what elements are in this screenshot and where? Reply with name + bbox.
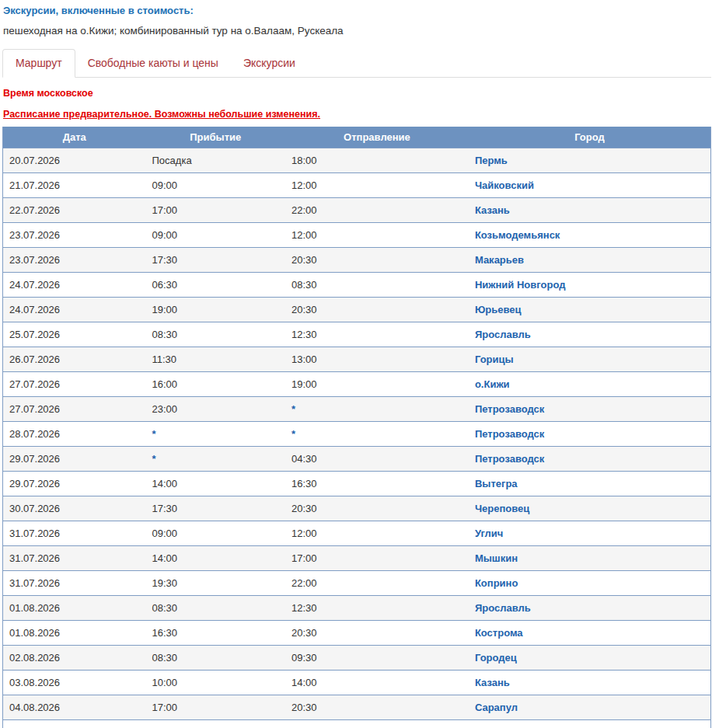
- arrival-cell: 23:00: [146, 397, 285, 422]
- departure-cell: 17:00: [285, 546, 469, 571]
- departure-cell: 13:00: [285, 347, 469, 372]
- schedule-table-header: Дата Прибытие Отправление Город: [3, 127, 711, 148]
- date-cell: 24.07.2026: [3, 273, 146, 298]
- table-row: 29.07.2026*04:30Петрозаводск: [3, 447, 711, 472]
- table-row: 05.08.202617:30ВысадкаПермь: [3, 720, 711, 728]
- table-row: 23.07.202609:0012:00Козьмодемьянск: [3, 223, 711, 248]
- departure-cell: 20:30: [285, 621, 469, 646]
- arrival-cell: 17:30: [146, 496, 285, 521]
- departure-cell: *: [285, 422, 469, 447]
- table-row: 28.07.2026**Петрозаводск: [3, 422, 711, 447]
- table-row: 26.07.202611:3013:00Горицы: [3, 347, 711, 372]
- tab-excursions[interactable]: Экскурсии: [231, 50, 308, 77]
- column-header-arrival: Прибытие: [146, 127, 285, 148]
- date-cell: 27.07.2026: [3, 397, 146, 422]
- arrival-cell: 17:30: [146, 720, 285, 728]
- tab-bar: Маршрут Свободные каюты и цены Экскурсии: [2, 49, 711, 78]
- city-cell: Ярославль: [469, 596, 711, 621]
- date-cell: 01.08.2026: [3, 621, 146, 646]
- table-row: 27.07.202623:00*Петрозаводск: [3, 397, 711, 422]
- date-cell: 28.07.2026: [3, 422, 146, 447]
- city-cell: Казань: [469, 671, 711, 695]
- city-cell: Вытегра: [469, 472, 711, 496]
- arrival-cell: 16:30: [146, 621, 285, 646]
- header-row: Дата Прибытие Отправление Город: [3, 127, 711, 148]
- city-cell: Коприно: [469, 571, 711, 596]
- excursions-included-label: Экскурсии, включенные в стоимость:: [3, 5, 711, 16]
- departure-cell: 20:30: [285, 298, 469, 322]
- departure-cell: 04:30: [285, 447, 469, 472]
- table-row: 02.08.202608:3009:30Городец: [3, 646, 711, 671]
- departure-cell: 19:00: [285, 372, 469, 397]
- arrival-cell: 19:30: [146, 571, 285, 596]
- arrival-cell: 09:00: [146, 173, 285, 198]
- table-row: 25.07.202608:3012:30Ярославль: [3, 322, 711, 347]
- city-cell: Пермь: [469, 720, 711, 728]
- tab-cabins-prices[interactable]: Свободные каюты и цены: [75, 50, 231, 77]
- column-header-date: Дата: [3, 127, 146, 148]
- departure-cell: 18:00: [285, 148, 469, 173]
- date-cell: 27.07.2026: [3, 372, 146, 397]
- table-row: 22.07.202617:0022:00Казань: [3, 198, 711, 223]
- departure-cell: 14:00: [285, 671, 469, 695]
- table-row: 29.07.202614:0016:30Вытегра: [3, 472, 711, 496]
- table-row: 30.07.202617:3020:30Череповец: [3, 496, 711, 521]
- city-cell: Козьмодемьянск: [469, 223, 711, 248]
- departure-cell: 12:30: [285, 596, 469, 621]
- date-cell: 23.07.2026: [3, 223, 146, 248]
- city-cell: Петрозаводск: [469, 397, 711, 422]
- departure-cell: 09:30: [285, 646, 469, 671]
- arrival-cell: 19:00: [146, 298, 285, 322]
- date-cell: 24.07.2026: [3, 298, 146, 322]
- date-cell: 26.07.2026: [3, 347, 146, 372]
- city-cell: Нижний Новгород: [469, 273, 711, 298]
- departure-cell: 12:00: [285, 223, 469, 248]
- table-row: 24.07.202619:0020:30Юрьевец: [3, 298, 711, 322]
- city-cell: Городец: [469, 646, 711, 671]
- table-row: 03.08.202610:0014:00Казань: [3, 671, 711, 695]
- city-cell: Кострома: [469, 621, 711, 646]
- table-row: 31.07.202609:0012:00Углич: [3, 521, 711, 546]
- table-row: 31.07.202619:3022:00Коприно: [3, 571, 711, 596]
- arrival-cell: 08:30: [146, 596, 285, 621]
- departure-cell: 12:00: [285, 521, 469, 546]
- city-cell: Макарьев: [469, 248, 711, 273]
- departure-cell: 12:30: [285, 322, 469, 347]
- city-cell: Казань: [469, 198, 711, 223]
- departure-cell: 08:30: [285, 273, 469, 298]
- table-row: 04.08.202617:0020:30Сарапул: [3, 695, 711, 720]
- table-row: 21.07.202609:0012:00Чайковский: [3, 173, 711, 198]
- departure-cell: 20:30: [285, 695, 469, 720]
- arrival-cell: *: [146, 422, 285, 447]
- date-cell: 23.07.2026: [3, 248, 146, 273]
- arrival-cell: 10:00: [146, 671, 285, 695]
- arrival-cell: 11:30: [146, 347, 285, 372]
- city-cell: Чайковский: [469, 173, 711, 198]
- departure-cell: 12:00: [285, 173, 469, 198]
- date-cell: 20.07.2026: [3, 148, 146, 173]
- departure-cell: Высадка: [285, 720, 469, 728]
- arrival-cell: 09:00: [146, 223, 285, 248]
- arrival-cell: 17:00: [146, 695, 285, 720]
- table-row: 01.08.202608:3012:30Ярославль: [3, 596, 711, 621]
- city-cell: Петрозаводск: [469, 447, 711, 472]
- city-cell: Юрьевец: [469, 298, 711, 322]
- city-cell: Ярославль: [469, 322, 711, 347]
- date-cell: 05.08.2026: [3, 720, 146, 728]
- table-row: 24.07.202606:3008:30Нижний Новгород: [3, 273, 711, 298]
- schedule-table: Дата Прибытие Отправление Город 20.07.20…: [2, 127, 711, 728]
- departure-cell: 20:30: [285, 248, 469, 273]
- tab-route[interactable]: Маршрут: [2, 49, 75, 78]
- arrival-cell: 08:30: [146, 322, 285, 347]
- arrival-cell: Посадка: [146, 148, 285, 173]
- date-cell: 25.07.2026: [3, 322, 146, 347]
- column-header-city: Город: [469, 127, 711, 148]
- arrival-cell: 08:30: [146, 646, 285, 671]
- table-row: 01.08.202616:3020:30Кострома: [3, 621, 711, 646]
- city-cell: Углич: [469, 521, 711, 546]
- city-cell: Горицы: [469, 347, 711, 372]
- arrival-cell: 17:30: [146, 248, 285, 273]
- arrival-cell: 17:00: [146, 198, 285, 223]
- table-row: 31.07.202614:0017:00Мышкин: [3, 546, 711, 571]
- date-cell: 02.08.2026: [3, 646, 146, 671]
